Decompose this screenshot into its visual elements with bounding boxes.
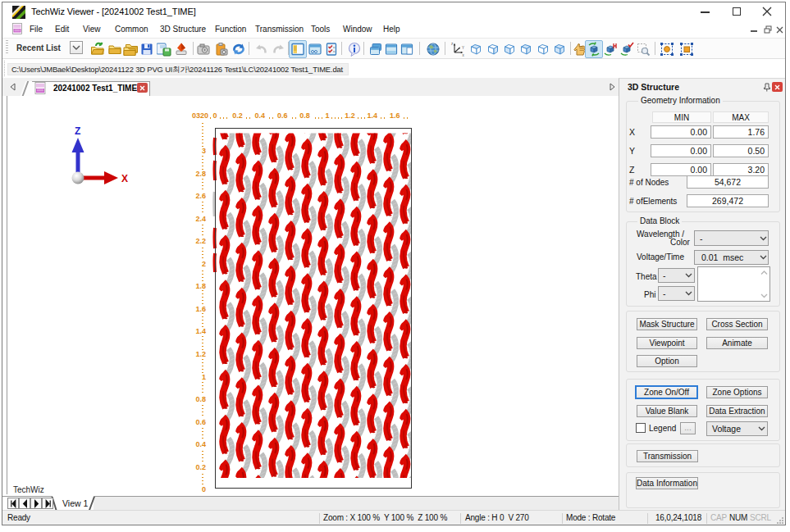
svg-text:X: X — [121, 173, 128, 184]
svg-text:Y: Y — [462, 46, 464, 50]
svg-text:Z: Z — [75, 125, 80, 137]
svg-text:z: z — [451, 42, 454, 46]
svg-text:x: x — [463, 53, 465, 57]
